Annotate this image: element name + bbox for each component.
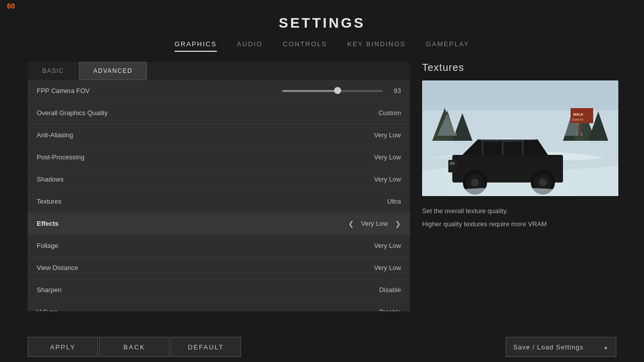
setting-label-overall_graphics_quality: Overall Graphics Quality xyxy=(37,109,108,117)
apply-button[interactable]: APPLY xyxy=(28,337,98,357)
arrow-right-effects[interactable]: ❯ xyxy=(395,220,401,228)
texture-desc2: Higher quality textures require more VRA… xyxy=(422,220,618,228)
setting-label-view_distance: View Distance xyxy=(37,264,78,272)
setting-value-post_processing: Very Low xyxy=(374,153,401,161)
slider-thumb-fpp_camera_fov[interactable] xyxy=(334,87,341,94)
nav-tab-audio[interactable]: AUDIO xyxy=(237,40,263,52)
setting-value-v_sync: Disable xyxy=(379,308,401,311)
nav-tab-graphics[interactable]: GRAPHICS xyxy=(175,40,217,52)
slider-track-fpp_camera_fov[interactable] xyxy=(282,90,383,92)
svg-rect-28 xyxy=(450,162,455,165)
setting-value-effects: Very Low xyxy=(361,220,388,227)
setting-label-textures: Textures xyxy=(37,198,61,205)
slider-container-fpp_camera_fov[interactable]: 93 xyxy=(90,87,401,95)
bottom-bar: APPLY BACK DEFAULT Save / Load Settings … xyxy=(0,332,644,362)
setting-row-fpp_camera_fov[interactable]: FPP Camera FOV93 xyxy=(28,80,410,102)
setting-row-textures[interactable]: TexturesUltra xyxy=(28,191,410,213)
setting-label-foliage: Foliage xyxy=(37,242,58,249)
settings-list[interactable]: FPP Camera FOV93Overall Graphics Quality… xyxy=(28,80,410,311)
setting-value-view_distance: Very Low xyxy=(374,264,401,272)
setting-value-textures: Ultra xyxy=(387,198,401,205)
nav-tab-key_bindings[interactable]: KEY BINDINGS xyxy=(347,40,406,52)
setting-row-effects[interactable]: Effects❮Very Low❯ xyxy=(28,213,410,235)
content-area: BASICADVANCED FPP Camera FOV93Overall Gr… xyxy=(28,62,616,311)
svg-text:WALK: WALK xyxy=(573,113,584,116)
arrow-left-effects[interactable]: ❮ xyxy=(348,220,354,228)
setting-row-foliage[interactable]: FoliageVery Low xyxy=(28,235,410,257)
setting-row-shadows[interactable]: ShadowsVery Low xyxy=(28,168,410,191)
nav-tabs: GRAPHICSAUDIOCONTROLSKEY BINDINGSGAMEPLA… xyxy=(0,31,644,56)
setting-value-overall_graphics_quality: Custom xyxy=(378,109,401,117)
setting-label-anti_aliasing: Anti-Aliasing xyxy=(37,131,73,139)
svg-text:GIANTS: GIANTS xyxy=(572,118,583,121)
setting-value-container-effects: ❮Very Low❯ xyxy=(348,220,401,228)
setting-value-foliage: Very Low xyxy=(374,242,401,249)
setting-label-shadows: Shadows xyxy=(37,175,63,183)
setting-row-view_distance[interactable]: View DistanceVery Low xyxy=(28,257,410,279)
slider-fill-fpp_camera_fov xyxy=(282,90,338,92)
setting-row-anti_aliasing[interactable]: Anti-AliasingVery Low xyxy=(28,124,410,146)
left-panel: BASICADVANCED FPP Camera FOV93Overall Gr… xyxy=(28,62,410,311)
save-load-label: Save / Load Settings xyxy=(513,343,584,351)
sub-tab-basic[interactable]: BASIC xyxy=(28,62,79,80)
page-title: SETTINGS xyxy=(0,0,644,31)
setting-value-sharpen: Disable xyxy=(379,286,401,294)
fps-counter: 60 xyxy=(7,2,15,10)
texture-preview-image: WALK GIANTS xyxy=(422,80,618,196)
sub-tab-advanced[interactable]: ADVANCED xyxy=(79,62,147,80)
setting-label-effects: Effects xyxy=(37,220,58,227)
chevron-up-icon: ▲ xyxy=(603,344,609,350)
setting-row-sharpen[interactable]: SharpenDisable xyxy=(28,279,410,301)
setting-label-post_processing: Post-Processing xyxy=(37,153,85,161)
save-load-button[interactable]: Save / Load Settings ▲ xyxy=(506,337,616,357)
setting-row-overall_graphics_quality[interactable]: Overall Graphics QualityCustom xyxy=(28,102,410,124)
setting-label-v_sync: V-Sync xyxy=(37,308,57,311)
default-button[interactable]: DEFAULT xyxy=(171,337,241,357)
setting-row-v_sync[interactable]: V-SyncDisable xyxy=(28,301,410,311)
right-panel: Textures xyxy=(410,62,630,311)
setting-label-fpp_camera_fov: FPP Camera FOV xyxy=(37,87,90,95)
svg-point-23 xyxy=(471,178,479,187)
texture-desc1: Set the overall texture quality. xyxy=(422,206,618,216)
back-button[interactable]: BACK xyxy=(99,337,170,357)
svg-point-26 xyxy=(539,178,547,187)
texture-panel-title: Textures xyxy=(422,62,618,73)
svg-rect-27 xyxy=(448,160,457,172)
setting-row-post_processing[interactable]: Post-ProcessingVery Low xyxy=(28,146,410,168)
nav-tab-gameplay[interactable]: GAMEPLAY xyxy=(426,40,469,52)
setting-value-shadows: Very Low xyxy=(374,175,401,183)
setting-label-sharpen: Sharpen xyxy=(37,286,61,294)
nav-tab-controls[interactable]: CONTROLS xyxy=(283,40,327,52)
setting-value-anti_aliasing: Very Low xyxy=(374,131,401,139)
slider-value-fpp_camera_fov: 93 xyxy=(389,87,401,95)
sub-tabs: BASICADVANCED xyxy=(28,62,410,80)
